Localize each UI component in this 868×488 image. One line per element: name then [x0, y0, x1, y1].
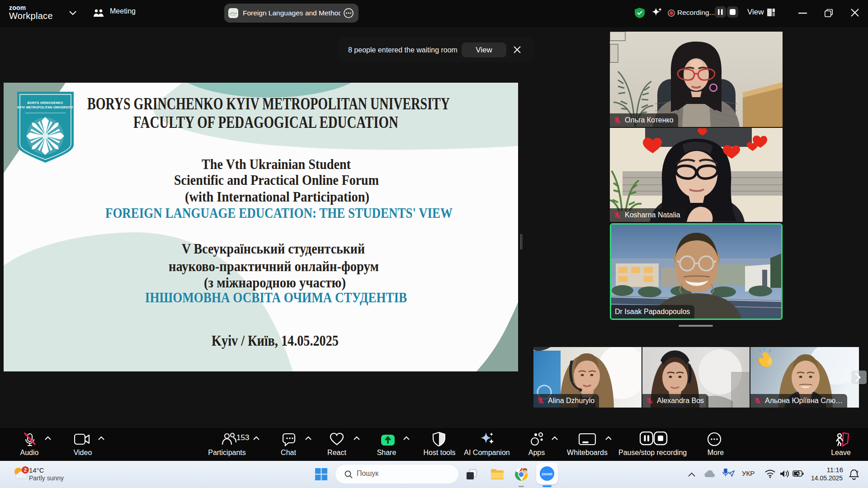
svg-text:BORYS GRINCHENKO: BORYS GRINCHENKO: [27, 101, 63, 104]
svg-text:2: 2: [24, 467, 27, 473]
svg-text:KYIV METROPOLITAN UNIVERSITY: KYIV METROPOLITAN UNIVERSITY: [17, 106, 73, 109]
svg-text:zoom: zoom: [542, 472, 552, 476]
svg-text:z: z: [856, 469, 859, 474]
